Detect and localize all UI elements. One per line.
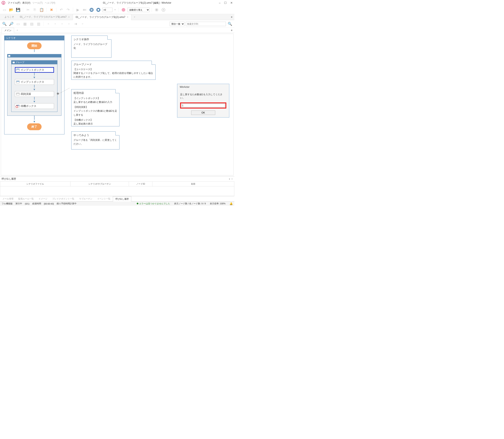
note-text: 関連するノードをグループ化して、処理の目的を理解しやすくしたい場合に利用できます… [73, 71, 153, 79]
window-minimize-button[interactable]: – [219, 1, 221, 4]
btab-mail[interactable]: メール管理 [0, 196, 16, 201]
close-icon[interactable]: × [127, 16, 128, 18]
layers-icon: ▥ [36, 21, 41, 27]
btab-subr[interactable]: サブルーチン [77, 196, 95, 201]
match-mode-select[interactable]: 部分一致 [170, 22, 185, 26]
ok-button[interactable]: OK [191, 110, 215, 115]
note-text: 足し算結果の表示 [73, 122, 117, 126]
record-icon[interactable] [121, 7, 126, 13]
menu-file[interactable]: ファイル(F) [8, 1, 20, 5]
group-label: グループ [15, 61, 24, 64]
speed-dropdown-icon[interactable]: ▼ [114, 7, 117, 13]
btab-event[interactable]: イベント一覧 [95, 196, 113, 201]
tab-file1[interactable]: 01_ノード、ライブラリのグループ化.ums7× [17, 14, 73, 20]
subtab-main[interactable]: メイン [2, 28, 14, 33]
window-close-button[interactable]: ✕ [230, 1, 233, 4]
inner-group[interactable]: グループ インプットボックス ▼ インプットボックス ▼ [11, 60, 58, 112]
main-toolbar: ▭ 📂 💾 ✂ ⎘ 📋 ✖ ↶ ↷ ▶ ⏭ ▼ 自動切り替え [0, 6, 234, 14]
svg-rect-7 [156, 9, 157, 11]
btab-bp[interactable]: ブレイクポイント一覧 [50, 196, 77, 201]
note-text: 【インプットボックス】 [73, 97, 117, 100]
tab-file2[interactable]: 01_ノード、ライブラリのグループ化(2).ums7× [73, 14, 131, 20]
scenario-canvas[interactable]: シナリオ 開始 グループ インプットボックス ▼ [1, 34, 234, 175]
add-subtab-button[interactable]: ＋ [14, 28, 20, 32]
btab-call[interactable]: 呼び出し履歴 [113, 196, 131, 202]
scenario-title: シナリオ [4, 36, 64, 40]
record-stop-icon [154, 7, 159, 13]
note-text: 足し算するため数値1と数値2の入力 [73, 100, 117, 104]
call-history-table: シナリオファイル シナリオ/サブルーチン ノードID 名前 [0, 182, 234, 186]
stop-icon[interactable] [95, 7, 101, 13]
formula-icon [16, 93, 20, 95]
svg-point-0 [90, 8, 94, 12]
app-logo-icon [2, 1, 5, 5]
connector-handle[interactable] [57, 93, 59, 95]
window-icon [16, 69, 20, 71]
note-process[interactable]: 処理内容 【インプットボックス】 足し算するため数値1と数値2の入力 【四則演算… [71, 89, 119, 126]
note-text: ノード、ライブラリのグループ化 [73, 42, 109, 50]
scenario-container[interactable]: シナリオ 開始 グループ インプットボックス ▼ [4, 36, 64, 134]
cancel-icon[interactable]: ✖ [49, 7, 54, 13]
dialog-message: 足し算するため数値1を入力してください。 [180, 93, 226, 100]
cut-icon: ✂ [25, 7, 31, 13]
node3-icon: ▫ [59, 21, 65, 27]
node-wait[interactable]: 待機ボックス [15, 103, 54, 109]
btab-image[interactable]: イメージ [36, 196, 50, 201]
col-file[interactable]: シナリオファイル [0, 182, 70, 186]
close-icon[interactable]: × [231, 178, 233, 180]
close-icon[interactable]: × [68, 16, 70, 18]
note-try[interactable]: やってみよう グループ名を「四則演算」に変更してください。 [71, 131, 119, 149]
menu-tool: ツール(T) [32, 1, 43, 5]
node-calc[interactable]: 四則演算 [15, 91, 54, 97]
dialog-input[interactable] [181, 104, 225, 107]
minimize-icon[interactable] [13, 62, 15, 63]
note-text: 【待機ボックス】 [73, 118, 117, 122]
status-running: 実行中 [15, 202, 22, 205]
window-maximize-button[interactable]: ☐ [224, 1, 227, 4]
search-icon[interactable]: 🔍 [227, 21, 233, 27]
mode-select[interactable]: 自動切り替え [128, 8, 150, 12]
node-inputbox-2[interactable]: インプットボックス [15, 79, 54, 85]
note-title: 処理内容 [73, 91, 117, 95]
tab-welcome[interactable]: ようこそ [2, 14, 17, 20]
end-node[interactable]: 終了 [27, 123, 42, 130]
col-sub[interactable]: シナリオ/サブルーチン [70, 182, 129, 186]
node-inputbox-1[interactable]: インプットボックス [15, 67, 54, 73]
note-title: やってみよう [73, 133, 117, 137]
minimize-icon[interactable] [8, 55, 10, 57]
add-tab-button[interactable]: ＋ [131, 14, 138, 20]
subtabs-overflow-icon[interactable]: ≡ [229, 29, 234, 32]
redo-icon: ↷ [65, 7, 71, 13]
svg-rect-4 [98, 9, 99, 11]
window-icon [16, 81, 20, 83]
outer-group[interactable]: グループ インプットボックス ▼ インプットボックス ▼ [7, 54, 61, 116]
svg-rect-2 [92, 9, 92, 11]
pause-icon[interactable] [89, 7, 94, 13]
note-text: 【ユースケース】 [73, 68, 153, 71]
speed-input[interactable] [102, 8, 112, 12]
dialog-title: WinActor [177, 84, 229, 90]
col-name[interactable]: 名前 [152, 182, 234, 186]
search-input[interactable] [186, 22, 226, 26]
tabs-overflow-icon[interactable]: ≡ [229, 14, 234, 20]
svg-rect-1 [91, 9, 91, 11]
start-node[interactable]: 開始 [27, 42, 42, 49]
align-icon: ▤ [29, 21, 35, 27]
target-icon [161, 7, 166, 13]
chevron-down-icon[interactable]: ▾ [229, 178, 230, 180]
save-icon: 💾 [15, 7, 21, 13]
status-remaining: 残り予想時間計算中 [57, 202, 77, 205]
input-dialog: WinActor 足し算するため数値1を入力してください。 OK [177, 84, 229, 118]
status-elapsed-label: 経過時間 [32, 202, 41, 205]
note-scenario-op[interactable]: シナリオ操作 ノード、ライブラリのグループ化 [71, 36, 111, 58]
bell-icon[interactable]: 🔔 [230, 202, 233, 205]
note-title: グループノード [73, 62, 153, 67]
new-icon: ▭ [2, 7, 7, 13]
view-toolbar: 🔍 🔎 ▭ ▦ ▤ ▥ ▫ ▫ ▫ ▫ ➜ ▫ 部分一致 🔍 [0, 20, 234, 28]
menu-view[interactable]: 表示(V) [22, 1, 30, 5]
col-nodeid[interactable]: ノードID [129, 182, 152, 186]
btab-rules[interactable]: 監視ルール一覧 [16, 196, 36, 201]
step-icon: ⏭ [82, 7, 88, 13]
note-group-node[interactable]: グループノード 【ユースケース】 関連するノードをグループ化して、処理の目的を理… [71, 61, 156, 80]
node1-icon: ▫ [46, 21, 51, 27]
